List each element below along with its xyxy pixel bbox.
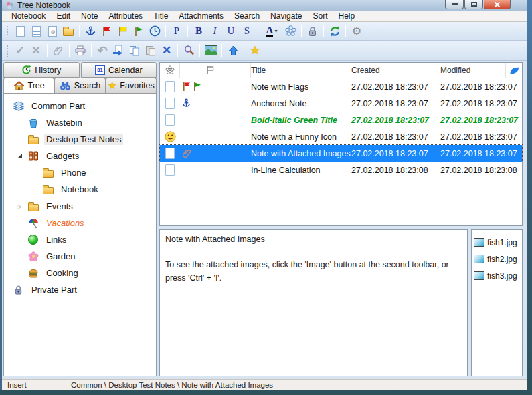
attachment-item[interactable]: fish1.jpg — [474, 234, 521, 251]
menu-search[interactable]: Search — [229, 11, 265, 21]
image-thumbnail-icon — [474, 238, 484, 247]
note-row-inline-calculation[interactable]: In-Line Calculation 27.02.2018 18:23:08 … — [160, 162, 522, 178]
note-row-anchored[interactable]: Anchored Note 27.02.2018 18:23:07 27.02.… — [160, 95, 522, 112]
tree-item-label: Gadgets — [44, 150, 81, 162]
calendar-button[interactable]: 31 Calendar — [81, 62, 157, 78]
edit-note-button[interactable] — [28, 23, 44, 39]
tab-tree[interactable]: Tree — [3, 78, 54, 93]
x-icon: ✕ — [31, 44, 40, 57]
column-created[interactable]: Created — [351, 63, 440, 78]
close-button[interactable] — [484, 0, 511, 9]
menu-navigate[interactable]: Navigate — [265, 11, 307, 21]
attributes-button[interactable] — [282, 23, 298, 39]
italic-button[interactable]: I — [207, 23, 223, 39]
attachment-item[interactable]: fish3.jpg — [474, 267, 521, 284]
tree-item-common-part[interactable]: Common Part — [4, 98, 156, 114]
tree-item-desktop-test-notes[interactable]: Desktop Test Notes — [4, 131, 156, 148]
tree-item-phone[interactable]: Phone — [4, 164, 156, 181]
note-row-attached-images[interactable]: Note with Attached Images 27.02.2018 18:… — [160, 145, 522, 162]
expand-arrow-icon[interactable] — [12, 154, 27, 158]
attachment-item[interactable]: fish2.jpg — [474, 251, 521, 267]
strikethrough-button[interactable]: S — [239, 23, 255, 39]
sync-button[interactable] — [327, 23, 343, 39]
note-row-flags[interactable]: Note with Flags 27.02.2018 18:23:07 27.0… — [160, 78, 522, 95]
green-flag-button[interactable] — [130, 23, 147, 39]
font-color-icon: A — [266, 25, 274, 37]
copy-button[interactable] — [126, 43, 143, 58]
note-preview[interactable]: Note with Attached Images To see the att… — [159, 229, 468, 376]
bold-button[interactable]: B — [191, 23, 207, 39]
app-icon — [6, 1, 14, 9]
tree-item-links[interactable]: Links — [4, 231, 156, 248]
layers-icon — [12, 101, 25, 111]
anchor-button[interactable] — [82, 23, 98, 39]
tree-item-notebook[interactable]: Notebook — [4, 181, 156, 198]
favorites-button[interactable]: ★ — [247, 43, 263, 58]
menu-sort[interactable]: Sort — [307, 11, 333, 21]
search-button[interactable] — [181, 43, 197, 58]
column-modified[interactable]: Modified — [440, 63, 506, 78]
settings-button[interactable]: ⚙ — [349, 23, 365, 39]
tree-item-cooking[interactable]: Cooking — [4, 265, 156, 281]
icon-note-button[interactable] — [44, 23, 60, 39]
column-title[interactable]: Title — [251, 63, 351, 78]
tree-item-wastebin[interactable]: Wastebin — [4, 114, 156, 131]
toolbar-separator — [177, 44, 178, 57]
column-flag[interactable] — [180, 63, 251, 78]
cancel-button[interactable]: ✕ — [28, 43, 44, 58]
menu-attributes[interactable]: Attributes — [103, 11, 148, 21]
tree-item-label: Cooking — [44, 267, 80, 279]
notebook-tree: Common Part Wastebin Desktop Test Notes … — [3, 93, 157, 376]
font-color-button[interactable]: A▾ — [261, 23, 282, 39]
menu-edit[interactable]: Edit — [51, 11, 76, 21]
sidebar: History 31 Calendar Tree Search ★ — [3, 62, 157, 376]
tree-item-events[interactable]: ▷ Events — [4, 198, 156, 215]
reminder-button[interactable] — [147, 23, 163, 39]
underline-button[interactable]: U — [223, 23, 239, 39]
toolbar-grip[interactable] — [6, 25, 9, 37]
menu-note[interactable]: Note — [76, 11, 103, 21]
menu-attachments[interactable]: Attachments — [173, 11, 229, 21]
tree-item-garden[interactable]: Garden — [4, 248, 156, 265]
tab-favorites[interactable]: ★ Favorites — [106, 78, 157, 93]
protect-button[interactable] — [304, 23, 321, 39]
delete-button[interactable]: ✕ — [159, 43, 175, 58]
attach-button[interactable] — [50, 43, 66, 58]
yellow-flag-button[interactable] — [114, 23, 130, 39]
red-flag-button[interactable] — [98, 23, 114, 39]
export-button[interactable] — [110, 43, 126, 58]
undo-icon: ↶ — [97, 43, 107, 58]
tab-search[interactable]: Search — [54, 78, 105, 93]
gear-icon: ⚙ — [352, 25, 361, 37]
anchor-icon — [86, 26, 96, 37]
menu-help[interactable]: Help — [333, 11, 360, 21]
tree-item-private-part[interactable]: Private Part — [4, 281, 156, 298]
title-bar[interactable]: Tree Notebook — [2, 0, 527, 11]
note-modified: 27.02.2018 18:23:07 — [440, 99, 522, 108]
apply-button[interactable]: ✓ — [12, 43, 28, 58]
collapse-arrow-icon[interactable]: ▷ — [12, 203, 27, 210]
speakers-icon — [27, 151, 39, 161]
maximize-button[interactable] — [464, 0, 483, 9]
toolbar-grip[interactable] — [6, 45, 9, 57]
print-button[interactable] — [72, 43, 88, 58]
column-mark[interactable] — [160, 63, 180, 78]
window-title: Tree Notebook — [17, 1, 70, 10]
move-up-button[interactable] — [225, 43, 241, 58]
undo-button[interactable]: ↶ — [94, 43, 110, 58]
history-button[interactable]: History — [3, 62, 80, 78]
tree-item-label: Garden — [44, 251, 77, 262]
tree-item-gadgets[interactable]: Gadgets — [4, 148, 156, 164]
menu-title[interactable]: Title — [148, 11, 173, 21]
column-attachments[interactable] — [506, 63, 522, 78]
new-folder-button[interactable] — [60, 23, 76, 39]
image-button[interactable] — [203, 43, 219, 58]
paragraph-button[interactable]: P — [169, 23, 185, 39]
paste-button[interactable] — [143, 43, 159, 58]
new-note-button[interactable] — [12, 23, 28, 39]
note-row-green-title[interactable]: Bold-Italic Green Title 27.02.2018 18:23… — [160, 112, 522, 128]
menu-notebook[interactable]: Notebook — [6, 11, 51, 21]
note-row-funny-icon[interactable]: Note with a Funny Icon 27.02.2018 18:23:… — [160, 128, 522, 145]
minimize-button[interactable] — [445, 0, 464, 9]
tree-item-vacations[interactable]: Vacations — [4, 215, 156, 231]
